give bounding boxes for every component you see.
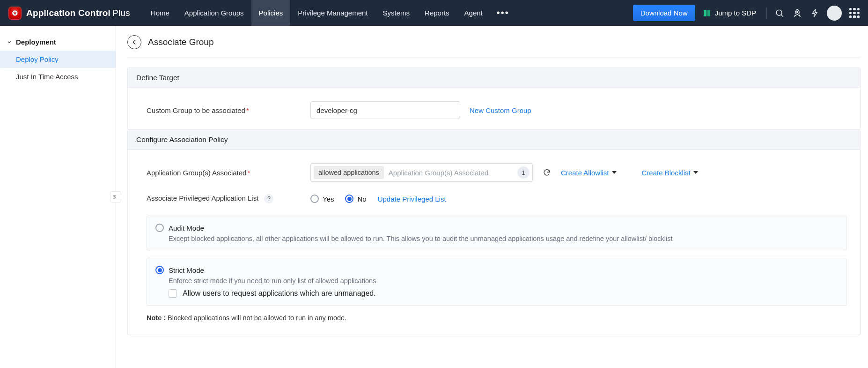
caret-down-icon bbox=[612, 171, 617, 174]
main: Associate Group Define Target Custom Gro… bbox=[116, 26, 868, 368]
top-nav: ✪ Application ControlPlus Home Applicati… bbox=[0, 0, 868, 26]
search-icon[interactable] bbox=[772, 5, 787, 21]
app-groups-combobox[interactable]: allowed applications 1 bbox=[310, 163, 533, 182]
app-groups-input[interactable] bbox=[388, 168, 512, 177]
panel-define-target: Define Target Custom Group to be associa… bbox=[127, 68, 861, 130]
nav-systems[interactable]: Systems bbox=[375, 0, 418, 26]
apps-grid-icon[interactable] bbox=[849, 8, 860, 18]
nav-reports[interactable]: Reports bbox=[417, 0, 457, 26]
allow-request-option[interactable]: Allow users to request applications whic… bbox=[169, 289, 838, 298]
jump-to-sdp-label: Jump to SDP bbox=[715, 9, 756, 17]
nav-home[interactable]: Home bbox=[143, 0, 177, 26]
strict-mode-desc: Enforce strict mode if you need to run o… bbox=[169, 277, 838, 285]
rocket-icon[interactable] bbox=[789, 5, 805, 21]
radio-no-label: No bbox=[357, 195, 366, 203]
radio-audit-mode[interactable] bbox=[155, 224, 164, 232]
nav-agent[interactable]: Agent bbox=[457, 0, 490, 26]
note-line: Note : Blocked applications will not be … bbox=[147, 314, 847, 322]
sidebar-item-just-in-time-access[interactable]: Just In Time Access bbox=[0, 68, 116, 85]
radio-strict-mode[interactable] bbox=[155, 266, 164, 274]
svg-rect-1 bbox=[707, 10, 710, 16]
update-privileged-list-link[interactable]: Update Privileged List bbox=[378, 195, 446, 203]
create-blocklist-dropdown[interactable]: Create Blocklist bbox=[642, 169, 698, 177]
label-associate-privileged: Associate Privileged Application List ? bbox=[147, 194, 301, 203]
back-button[interactable] bbox=[127, 35, 141, 49]
header-divider bbox=[127, 58, 861, 58]
allow-request-checkbox[interactable] bbox=[169, 289, 177, 298]
radio-yes-option[interactable]: Yes bbox=[310, 195, 334, 203]
chip-count-badge: 1 bbox=[517, 166, 530, 179]
svg-point-2 bbox=[776, 10, 782, 15]
arrow-left-icon bbox=[131, 38, 138, 46]
audit-mode-title: Audit Mode bbox=[169, 224, 204, 232]
nav-items: Home Application Groups Policies Privile… bbox=[143, 0, 516, 26]
create-blocklist-label: Create Blocklist bbox=[642, 169, 691, 177]
sidebar-collapse-button[interactable] bbox=[110, 191, 121, 203]
panel-heading: Configure Association Policy bbox=[128, 130, 860, 150]
brand-logo-icon: ✪ bbox=[8, 7, 22, 20]
radio-no[interactable] bbox=[345, 195, 353, 203]
create-allowlist-label: Create Allowlist bbox=[561, 169, 609, 177]
mode-strict-card[interactable]: Strict Mode Enforce strict mode if you n… bbox=[147, 258, 847, 306]
audit-mode-desc: Except blocked applications, all other a… bbox=[169, 235, 838, 242]
nav-application-groups[interactable]: Application Groups bbox=[177, 0, 251, 26]
page-header: Associate Group bbox=[127, 31, 861, 58]
svg-rect-0 bbox=[704, 10, 706, 16]
download-now-button[interactable]: Download Now bbox=[633, 5, 695, 21]
sidebar-heading-label: Deployment bbox=[16, 38, 56, 46]
svg-point-4 bbox=[797, 11, 798, 13]
jump-sdp-icon bbox=[703, 9, 711, 17]
chevron-down-icon bbox=[7, 39, 12, 45]
custom-group-input[interactable] bbox=[310, 101, 460, 119]
svg-line-3 bbox=[781, 15, 783, 16]
label-app-groups: Application Group(s) Associated* bbox=[147, 169, 301, 177]
row-associate-privileged: Associate Privileged Application List ? … bbox=[147, 194, 847, 203]
mode-audit-card[interactable]: Audit Mode Except blocked applications, … bbox=[147, 216, 847, 250]
selected-chip[interactable]: allowed applications bbox=[314, 166, 384, 179]
strict-mode-title: Strict Mode bbox=[169, 266, 204, 274]
create-allowlist-dropdown[interactable]: Create Allowlist bbox=[561, 169, 617, 177]
panel-heading: Define Target bbox=[128, 68, 860, 88]
refresh-icon[interactable] bbox=[542, 168, 552, 177]
caret-down-icon bbox=[693, 171, 698, 174]
radio-yes[interactable] bbox=[310, 195, 319, 203]
sidebar: Deployment Deploy Policy Just In Time Ac… bbox=[0, 26, 116, 368]
nav-more-icon[interactable]: ••• bbox=[490, 0, 516, 26]
row-custom-group: Custom Group to be associated* New Custo… bbox=[147, 101, 847, 119]
page-title: Associate Group bbox=[148, 37, 213, 47]
nav-privilege-management[interactable]: Privilege Management bbox=[290, 0, 375, 26]
lightning-icon[interactable] bbox=[807, 5, 823, 21]
allow-request-label: Allow users to request applications whic… bbox=[183, 289, 376, 298]
collapse-icon bbox=[112, 194, 119, 200]
row-app-groups: Application Group(s) Associated* allowed… bbox=[147, 163, 847, 182]
brand[interactable]: ✪ Application ControlPlus bbox=[8, 7, 130, 20]
help-icon[interactable]: ? bbox=[264, 194, 273, 203]
radio-no-option[interactable]: No bbox=[345, 195, 366, 203]
jump-to-sdp-link[interactable]: Jump to SDP bbox=[697, 9, 762, 17]
nav-policies[interactable]: Policies bbox=[251, 0, 291, 26]
label-custom-group: Custom Group to be associated* bbox=[147, 106, 301, 114]
new-custom-group-link[interactable]: New Custom Group bbox=[470, 106, 531, 114]
nav-divider bbox=[766, 8, 767, 19]
panel-configure-association: Configure Association Policy Application… bbox=[127, 130, 861, 335]
avatar[interactable] bbox=[827, 6, 842, 21]
sidebar-item-deploy-policy[interactable]: Deploy Policy bbox=[0, 51, 116, 68]
radio-yes-label: Yes bbox=[323, 195, 334, 203]
brand-name: Application ControlPlus bbox=[26, 8, 130, 18]
sidebar-heading[interactable]: Deployment bbox=[0, 34, 116, 51]
privileged-radio-group: Yes No Update Privileged List bbox=[310, 195, 446, 203]
